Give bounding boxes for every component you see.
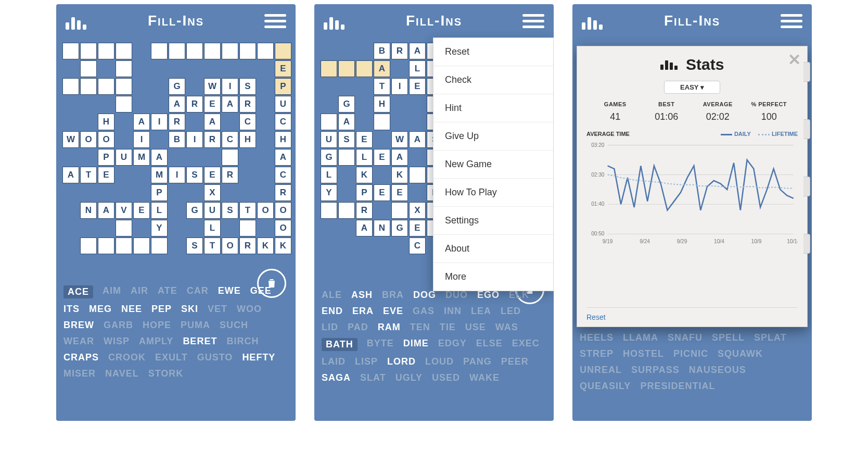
cell[interactable]: E — [133, 202, 150, 219]
menu-item-reset[interactable]: Reset — [433, 38, 553, 66]
cell[interactable]: A — [391, 149, 408, 166]
cell[interactable]: G — [169, 78, 185, 95]
cell[interactable]: G — [186, 202, 203, 219]
cell[interactable] — [98, 238, 114, 254]
menu-item-about[interactable]: About — [433, 235, 553, 263]
cell[interactable]: N — [374, 220, 390, 236]
bank-word[interactable]: DIME — [403, 338, 429, 351]
cell[interactable] — [98, 78, 114, 95]
cell[interactable]: M — [133, 149, 150, 166]
cell[interactable]: K — [257, 238, 274, 254]
cell[interactable]: L — [321, 167, 337, 183]
bank-word[interactable]: SAGA — [322, 372, 351, 383]
bank-word[interactable]: PEP — [151, 304, 172, 315]
bank-word[interactable]: MEG — [89, 304, 112, 315]
cell[interactable]: H — [275, 131, 291, 148]
cell[interactable] — [62, 78, 79, 95]
cell[interactable]: S — [186, 167, 203, 183]
cell[interactable]: E — [374, 184, 390, 201]
cell[interactable]: I — [222, 78, 238, 95]
word-bank[interactable]: HEELSLLAMASNAFUSPELLSPLATSTREPHOSTELPICN… — [580, 332, 805, 392]
cell[interactable]: E — [275, 60, 291, 77]
cell[interactable] — [116, 78, 132, 95]
cell[interactable] — [116, 96, 132, 113]
cell[interactable]: U — [204, 202, 221, 219]
cell[interactable]: I — [151, 114, 168, 130]
cell[interactable]: C — [275, 114, 291, 130]
word-bank[interactable]: ACEAIMAIRATECAREWEGEEITSMEGNEEPEPSKIVETW… — [63, 285, 288, 379]
cell[interactable]: A — [338, 114, 355, 130]
cell[interactable] — [80, 78, 97, 95]
bank-word[interactable]: RAM — [378, 322, 401, 333]
cell[interactable]: L — [409, 60, 426, 77]
cell[interactable] — [239, 43, 256, 59]
cell[interactable] — [151, 43, 168, 59]
bank-word[interactable]: DOG — [413, 290, 436, 301]
menu-item-new-game[interactable]: New Game — [433, 151, 553, 179]
cell[interactable]: I — [133, 131, 150, 148]
cell[interactable]: C — [275, 167, 291, 183]
cell[interactable]: R — [169, 114, 185, 130]
cell[interactable]: I — [186, 131, 203, 148]
cell[interactable]: A — [151, 149, 168, 166]
bank-word[interactable]: BREW — [63, 320, 94, 331]
cell[interactable]: U — [116, 149, 132, 166]
cell[interactable]: I — [391, 78, 408, 95]
menu-icon[interactable] — [264, 12, 286, 30]
cell[interactable]: S — [222, 202, 238, 219]
cell[interactable] — [275, 43, 291, 59]
bank-word[interactable]: GEE — [250, 285, 272, 298]
difficulty-selector[interactable]: EASY ▾ — [664, 81, 720, 94]
bank-word[interactable]: EGO — [477, 290, 500, 301]
cell[interactable]: H — [374, 96, 390, 113]
cell[interactable]: Y — [151, 220, 168, 236]
cell[interactable]: G — [391, 220, 408, 236]
reset-stats-button[interactable]: Reset — [586, 307, 798, 321]
cell[interactable]: R — [239, 96, 256, 113]
cell[interactable]: K — [275, 238, 291, 254]
cell[interactable]: W — [391, 131, 408, 148]
cell[interactable]: R — [275, 184, 291, 201]
cell[interactable]: O — [275, 220, 291, 236]
stats-icon[interactable] — [66, 12, 87, 30]
cell[interactable]: W — [204, 78, 221, 95]
cell[interactable]: Y — [321, 184, 337, 201]
cell[interactable] — [116, 220, 132, 236]
cell[interactable]: A — [409, 43, 426, 59]
cell[interactable]: P — [151, 184, 168, 201]
cell[interactable]: T — [239, 202, 256, 219]
stats-icon[interactable] — [324, 12, 346, 30]
cell[interactable] — [257, 43, 274, 59]
cell[interactable]: L — [151, 202, 168, 219]
stats-icon[interactable] — [582, 12, 604, 30]
cell[interactable] — [98, 43, 114, 59]
cell[interactable]: N — [80, 202, 97, 219]
cell[interactable]: E — [374, 149, 390, 166]
cell[interactable]: O — [80, 131, 97, 148]
cell[interactable] — [80, 60, 97, 77]
cell[interactable]: C — [409, 238, 426, 254]
menu-icon[interactable] — [781, 12, 802, 30]
cell[interactable]: R — [204, 131, 221, 148]
cell[interactable]: R — [186, 96, 203, 113]
cell[interactable] — [321, 202, 337, 219]
cell[interactable]: O — [222, 238, 238, 254]
bank-word[interactable]: BERET — [183, 336, 217, 347]
cell[interactable]: A — [356, 220, 373, 236]
menu-item-check[interactable]: Check — [433, 66, 553, 94]
menu-item-more[interactable]: More — [433, 263, 553, 291]
cell[interactable]: L — [204, 220, 221, 236]
cell[interactable]: S — [186, 238, 203, 254]
cell[interactable]: O — [98, 131, 114, 148]
cell[interactable]: C — [222, 131, 238, 148]
cell[interactable] — [338, 149, 355, 166]
cell[interactable]: K — [391, 167, 408, 183]
cell[interactable]: O — [275, 202, 291, 219]
bank-word[interactable]: ASH — [351, 290, 373, 301]
cell[interactable]: B — [169, 131, 185, 148]
cell[interactable]: A — [374, 60, 390, 77]
cell[interactable] — [222, 43, 238, 59]
cell[interactable]: B — [374, 43, 390, 59]
cell[interactable]: E — [98, 167, 114, 183]
bank-word[interactable]: ACE — [63, 285, 93, 298]
